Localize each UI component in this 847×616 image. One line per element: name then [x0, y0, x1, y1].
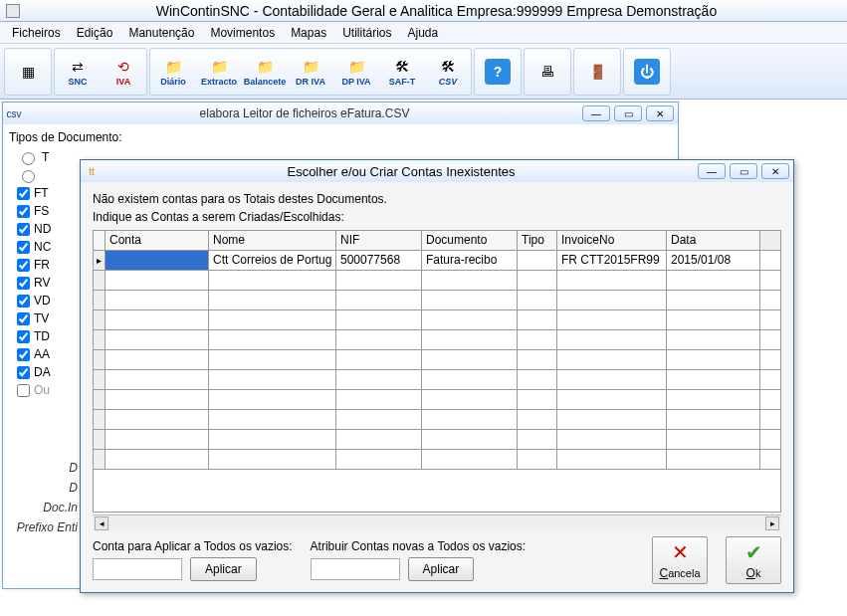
power-icon: ⏻ — [634, 59, 660, 85]
table-row[interactable] — [94, 330, 780, 350]
efatura-title: elabora Leitor de ficheiros eFatura.CSV — [27, 106, 582, 120]
chk-vd[interactable] — [17, 295, 30, 308]
col-invoice[interactable]: InvoiceNo — [557, 231, 667, 250]
tb-dpiva-button[interactable]: 📁 DP IVA — [333, 50, 379, 94]
cell-invoice[interactable]: FR CTT2015FR99 — [557, 251, 667, 270]
grid-horizontal-scrollbar[interactable]: ◂ ▸ — [93, 514, 781, 530]
tb-exit-button[interactable]: 🚪 — [574, 50, 620, 94]
table-row[interactable] — [94, 410, 780, 430]
menu-manutencao[interactable]: Manutenção — [120, 24, 202, 42]
dialog-icon: tt — [85, 164, 99, 178]
chk-fs[interactable] — [17, 205, 30, 218]
cell-tipo[interactable] — [518, 251, 557, 270]
tool-icon: 🛠 — [390, 56, 414, 78]
app-title: WinContinSNC - Contabilidade Geral e Ana… — [26, 3, 847, 19]
efatura-titlebar: csv elabora Leitor de ficheiros eFatura.… — [3, 103, 678, 124]
chk-da[interactable] — [17, 366, 30, 379]
efatura-min-button[interactable]: — — [582, 105, 610, 121]
dialog-title: Escolher e/ou Criar Contas Inexistentes — [105, 164, 698, 179]
table-row[interactable] — [94, 390, 780, 410]
scroll-left-icon[interactable]: ◂ — [95, 516, 108, 530]
efatura-max-button[interactable]: ▭ — [614, 105, 642, 121]
tb-help-button[interactable]: ? — [475, 50, 521, 94]
folder-icon: 📁 — [299, 56, 322, 78]
ok-icon: ✔ — [745, 540, 762, 564]
apply1-button[interactable]: Aplicar — [190, 557, 257, 581]
tb-print-button[interactable]: 🖶 — [525, 50, 570, 94]
table-row[interactable] — [94, 271, 780, 291]
chk-rv[interactable] — [17, 277, 30, 290]
menu-ficheiros[interactable]: Ficheiros — [4, 24, 69, 42]
table-row[interactable] — [94, 450, 780, 470]
ok-button[interactable]: ✔ Ok — [726, 536, 781, 584]
chk-out[interactable] — [17, 384, 30, 397]
csv-icon: csv — [7, 106, 21, 120]
cancel-button[interactable]: ✕ CCancelaancela — [652, 536, 708, 584]
col-documento[interactable]: Documento — [422, 231, 518, 250]
menu-movimentos[interactable]: Movimentos — [202, 24, 283, 42]
col-data[interactable]: Data — [667, 231, 760, 250]
table-icon: ▦ — [16, 61, 40, 83]
printer-icon: 🖶 — [535, 61, 559, 83]
col-indicator — [94, 231, 106, 250]
dialog-msg1: Não existem contas para os Totais destes… — [93, 192, 781, 206]
row-current-icon: ▸ — [94, 251, 106, 270]
tb-saft-button[interactable]: 🛠 SAF-T — [379, 50, 425, 94]
menu-utilitarios[interactable]: Utilitários — [334, 24, 399, 42]
table-row[interactable] — [94, 350, 780, 370]
table-row[interactable]: ▸ Ctt Correios de Portug 500077568 Fatur… — [94, 251, 780, 271]
chk-nc[interactable] — [17, 241, 30, 254]
tb-table-button[interactable]: ▦ — [5, 50, 51, 94]
col-conta[interactable]: Conta — [106, 231, 209, 250]
menu-mapas[interactable]: Mapas — [283, 24, 334, 42]
chk-td[interactable] — [17, 330, 30, 343]
tb-csv-button[interactable]: 🛠 CSV — [425, 50, 471, 94]
table-row[interactable] — [94, 310, 780, 330]
chk-ft[interactable] — [17, 187, 30, 200]
label-prefixo: Prefixo Enti — [13, 520, 78, 540]
contas-grid[interactable]: Conta Nome NIF Documento Tipo InvoiceNo … — [93, 230, 781, 513]
chk-aa[interactable] — [17, 348, 30, 361]
cell-conta[interactable] — [106, 251, 209, 270]
left-labels-block: D D Doc.In Prefixo Enti — [13, 461, 78, 540]
tb-iva-button[interactable]: ⟲ IVA — [101, 50, 146, 94]
menu-ajuda[interactable]: Ajuda — [400, 24, 447, 42]
tb-balancete-button[interactable]: 📁 Balancete — [242, 50, 288, 94]
dialog-max-button[interactable]: ▭ — [730, 163, 757, 179]
tb-driva-button[interactable]: 📁 DR IVA — [288, 50, 333, 94]
col-tipo[interactable]: Tipo — [518, 231, 557, 250]
apply2-label: Atribuir Contas novas a Todos os vazios: — [311, 539, 527, 553]
dialog-min-button[interactable]: — — [698, 163, 726, 179]
door-icon: 🚪 — [585, 61, 609, 83]
app-icon — [6, 4, 20, 18]
chk-nd[interactable] — [17, 223, 30, 236]
apply2-input[interactable] — [311, 558, 400, 580]
efatura-close-button[interactable]: ✕ — [646, 105, 674, 121]
menu-edicao[interactable]: Edição — [69, 24, 121, 42]
cell-data[interactable]: 2015/01/08 — [667, 251, 760, 270]
tb-diario-button[interactable]: 📁 Diário — [150, 50, 196, 94]
cell-documento[interactable]: Fatura-recibo — [422, 251, 518, 270]
col-nif[interactable]: NIF — [336, 231, 422, 250]
table-row[interactable] — [94, 291, 780, 310]
label-docin: Doc.In — [13, 501, 78, 520]
table-row[interactable] — [94, 430, 780, 450]
main-titlebar: WinContinSNC - Contabilidade Geral e Ana… — [0, 0, 847, 22]
apply1-input[interactable] — [93, 558, 182, 580]
cell-nif[interactable]: 500077568 — [336, 251, 422, 270]
scroll-right-icon[interactable]: ▸ — [765, 516, 779, 530]
tb-extracto-button[interactable]: 📁 Extracto — [196, 50, 242, 94]
table-row[interactable] — [94, 370, 780, 390]
help-icon: ? — [485, 59, 511, 85]
cancel-icon: ✕ — [672, 540, 689, 564]
tb-power-button[interactable]: ⏻ — [624, 50, 670, 94]
col-nome[interactable]: Nome — [209, 231, 336, 250]
apply2-button[interactable]: Aplicar — [408, 557, 475, 581]
chk-tv[interactable] — [17, 312, 30, 325]
tool-icon: 🛠 — [436, 56, 460, 78]
arrows-icon: ⇄ — [66, 56, 90, 78]
cell-nome[interactable]: Ctt Correios de Portug — [209, 251, 336, 270]
chk-fr[interactable] — [17, 259, 30, 272]
dialog-close-button[interactable]: ✕ — [761, 163, 789, 179]
tb-snc-button[interactable]: ⇄ SNC — [55, 50, 101, 94]
